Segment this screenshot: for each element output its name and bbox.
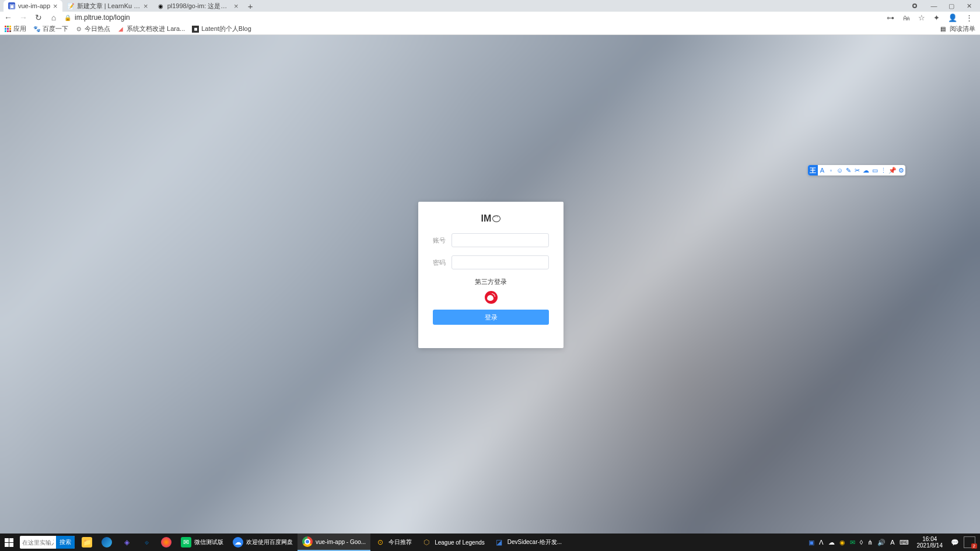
- tray-cloud-icon[interactable]: ☁: [828, 539, 835, 546]
- bookmark-laravel[interactable]: ◢ 系统文档改进 Lara...: [117, 24, 185, 33]
- tray-chat-icon[interactable]: 💬: [951, 539, 959, 546]
- tab-github[interactable]: ◉ pl1998/go-im: 这是一个golan... ×: [153, 0, 243, 12]
- bm-label: 百度一下: [43, 24, 68, 33]
- home-button[interactable]: ⌂: [49, 13, 58, 22]
- reading-list-label[interactable]: 阅读清单: [950, 24, 975, 33]
- back-button[interactable]: ←: [4, 13, 13, 22]
- profile-icon[interactable]: 👤: [948, 13, 957, 22]
- taskbar-search-input[interactable]: [20, 539, 56, 546]
- tray-keyboard-icon[interactable]: ⌨: [900, 539, 909, 546]
- tray-ime-icon[interactable]: A: [890, 539, 894, 546]
- task-vscode[interactable]: ⟐: [136, 534, 156, 551]
- annot-card-icon[interactable]: ▭: [870, 165, 879, 176]
- addr-actions: ⊶ 🗛 ☆ ✦ 👤 ⋮: [887, 13, 973, 22]
- notification-center[interactable]: 2: [964, 536, 975, 548]
- tray-wechat-icon[interactable]: ✉: [850, 539, 855, 546]
- annot-more-icon[interactable]: ⋮: [879, 165, 888, 176]
- task-devsidecar[interactable]: ◪ DevSidecar-给开发...: [489, 534, 566, 551]
- bm-label: Latent的个人Blog: [201, 24, 251, 33]
- annot-settings-icon[interactable]: ⚙: [897, 165, 905, 176]
- close-window-button[interactable]: ✕: [960, 0, 978, 12]
- extensions-icon[interactable]: ✦: [933, 13, 940, 22]
- wechat-icon: ✉: [181, 537, 191, 548]
- annot-pencil-icon[interactable]: ✎: [844, 165, 853, 176]
- devsidecar-icon: ◪: [494, 537, 505, 548]
- system-tray: ▣ ᐱ ☁ ◉ ✉ ◊ ⋔ 🔊 A ⌨ 16:04 2021/8/14 💬 2: [808, 536, 980, 549]
- apps-button[interactable]: 应用: [5, 24, 26, 33]
- tab-title: pl1998/go-im: 这是一个golan...: [167, 2, 231, 10]
- task-lol[interactable]: ⬡ League of Legends: [416, 534, 489, 551]
- start-button[interactable]: [0, 534, 18, 551]
- task-chrome[interactable]: vue-im-app - Goo...: [298, 534, 370, 551]
- task-label: 今日推荐: [388, 538, 412, 546]
- task-wechat[interactable]: ✉ 微信测试版: [176, 534, 228, 551]
- baidu-icon: 🐾: [33, 26, 40, 33]
- forward-button[interactable]: →: [19, 13, 28, 22]
- task-edge[interactable]: [97, 534, 117, 551]
- app-logo: IM: [433, 213, 549, 224]
- tray-chevron-icon[interactable]: ᐱ: [819, 539, 824, 546]
- tray-app2-icon[interactable]: ◊: [860, 539, 863, 546]
- url-field[interactable]: 🔒 im.pltrue.top/login: [64, 13, 881, 22]
- clock[interactable]: 16:04 2021/8/14: [914, 536, 947, 549]
- apps-label: 应用: [13, 24, 26, 33]
- page-content: IM 账号 密码 第三方登录 登录 王 A ◦ ☺ ✎ ✂ ☁ ▭ ⋮ 📌 ⚙: [0, 35, 980, 534]
- translate-icon[interactable]: 🗛: [902, 13, 910, 22]
- weibo-login-button[interactable]: [485, 291, 498, 304]
- folder-icon: 📁: [82, 537, 92, 548]
- menu-icon[interactable]: ⋮: [965, 13, 973, 22]
- annot-cloud-icon[interactable]: ☁: [862, 165, 870, 176]
- bookmark-blog[interactable]: ■ Latent的个人Blog: [192, 24, 251, 33]
- new-tab-button[interactable]: +: [243, 1, 258, 11]
- tab-vue-im-app[interactable]: ▣ vue-im-app ×: [4, 0, 62, 12]
- reload-button[interactable]: ↻: [34, 13, 43, 22]
- taskbar-search-button[interactable]: 搜索: [56, 536, 75, 549]
- key-icon[interactable]: ⊶: [887, 13, 894, 22]
- annot-highlight-icon[interactable]: ◦: [827, 165, 835, 176]
- username-input[interactable]: [452, 233, 549, 247]
- taskbar-search[interactable]: 搜索: [20, 536, 75, 549]
- annot-smile-icon[interactable]: ☺: [835, 165, 844, 176]
- tab-strip: ▣ vue-im-app × 📝 新建文章 | LearnKu 终身编程者...…: [0, 0, 980, 12]
- bookmark-baidu[interactable]: 🐾 百度一下: [33, 24, 68, 33]
- bookmark-bar: 应用 🐾 百度一下 ⊙ 今日热点 ◢ 系统文档改进 Lara... ■ Late…: [0, 23, 980, 35]
- tray-app1-icon[interactable]: ▣: [808, 539, 814, 546]
- username-row: 账号: [433, 233, 549, 247]
- task-explorer[interactable]: 📁: [77, 534, 97, 551]
- task-app1[interactable]: ◈: [117, 534, 136, 551]
- third-party-label: 第三方登录: [433, 278, 549, 286]
- close-icon[interactable]: ×: [234, 2, 239, 10]
- diamond-icon: ◈: [121, 537, 132, 548]
- minimize-button[interactable]: —: [925, 0, 943, 12]
- login-button[interactable]: 登录: [433, 310, 549, 325]
- record-icon[interactable]: [912, 3, 917, 8]
- annot-text-icon[interactable]: A: [818, 165, 827, 176]
- tray-chrome-icon[interactable]: ◉: [839, 539, 845, 546]
- password-label: 密码: [433, 258, 447, 267]
- close-icon[interactable]: ×: [53, 2, 58, 10]
- chat-bubble-icon: [492, 215, 501, 222]
- task-recommend[interactable]: ⊙ 今日推荐: [370, 534, 416, 551]
- tab-learnku[interactable]: 📝 新建文章 | LearnKu 终身编程者... ×: [62, 0, 153, 12]
- task-label: DevSidecar-给开发...: [508, 538, 562, 546]
- tray-volume-icon[interactable]: 🔊: [877, 539, 886, 546]
- task-baidu-pan[interactable]: ☁ 欢迎使用百度网盘: [228, 534, 298, 551]
- bookmark-hotnews[interactable]: ⊙ 今日热点: [75, 24, 110, 33]
- favicon-vue: ▣: [8, 2, 15, 9]
- edge-icon: [102, 537, 112, 548]
- annot-scissors-icon[interactable]: ✂: [853, 165, 862, 176]
- logo-text: IM: [481, 213, 492, 224]
- task-firefox[interactable]: [156, 534, 176, 551]
- favicon-github: ◉: [158, 2, 164, 9]
- maximize-button[interactable]: ▢: [943, 0, 960, 12]
- close-icon[interactable]: ×: [144, 2, 148, 10]
- browser-chrome: ▣ vue-im-app × 📝 新建文章 | LearnKu 终身编程者...…: [0, 0, 980, 35]
- password-input[interactable]: [452, 255, 549, 269]
- annot-pin-icon[interactable]: 📌: [888, 165, 897, 176]
- taskbar: 搜索 📁 ◈ ⟐ ✉ 微信测试版 ☁ 欢迎使用百度网盘 vue-im-app -…: [0, 534, 980, 551]
- star-icon[interactable]: ☆: [918, 13, 925, 22]
- tray-wifi-icon[interactable]: ⋔: [867, 539, 873, 546]
- password-row: 密码: [433, 255, 549, 269]
- annot-main-button[interactable]: 王: [808, 165, 818, 176]
- annotation-toolbar: 王 A ◦ ☺ ✎ ✂ ☁ ▭ ⋮ 📌 ⚙: [808, 165, 905, 176]
